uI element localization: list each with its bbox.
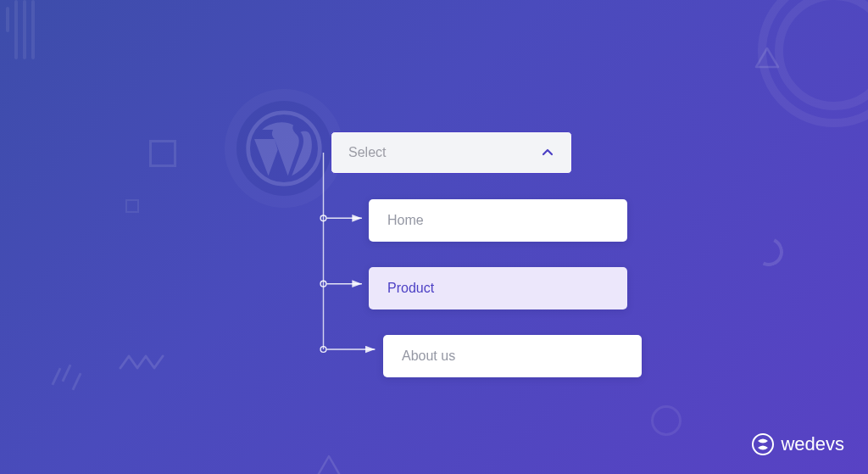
- decorative-circle: [651, 405, 682, 436]
- decorative-square-small: [125, 199, 139, 213]
- brand-name: wedevs: [781, 433, 844, 455]
- svg-marker-1: [316, 456, 342, 474]
- decorative-triangle-top: [754, 47, 780, 69]
- svg-point-10: [753, 434, 773, 454]
- decorative-slashes: [55, 364, 97, 398]
- decorative-triangle-bottom: [314, 454, 344, 474]
- dropdown-option-about[interactable]: About us: [383, 335, 642, 377]
- select-dropdown[interactable]: Select: [331, 131, 572, 174]
- option-label: Home: [387, 213, 424, 228]
- decorative-zigzag: [119, 351, 170, 376]
- decorative-lines: [4, 0, 38, 68]
- chevron-up-icon: [541, 146, 554, 159]
- wedevs-icon: [752, 433, 774, 455]
- svg-point-6: [320, 281, 326, 287]
- select-label: Select: [348, 145, 386, 160]
- option-label: Product: [387, 281, 434, 296]
- decorative-square: [149, 140, 176, 167]
- svg-point-8: [320, 347, 326, 353]
- dropdown-option-home[interactable]: Home: [369, 199, 627, 242]
- svg-point-4: [320, 215, 326, 221]
- svg-marker-0: [756, 48, 778, 67]
- decorative-arc: [750, 233, 787, 270]
- brand-logo: wedevs: [752, 433, 844, 455]
- option-label: About us: [402, 349, 455, 364]
- wordpress-logo: [225, 89, 343, 208]
- dropdown-option-product[interactable]: Product: [369, 267, 627, 309]
